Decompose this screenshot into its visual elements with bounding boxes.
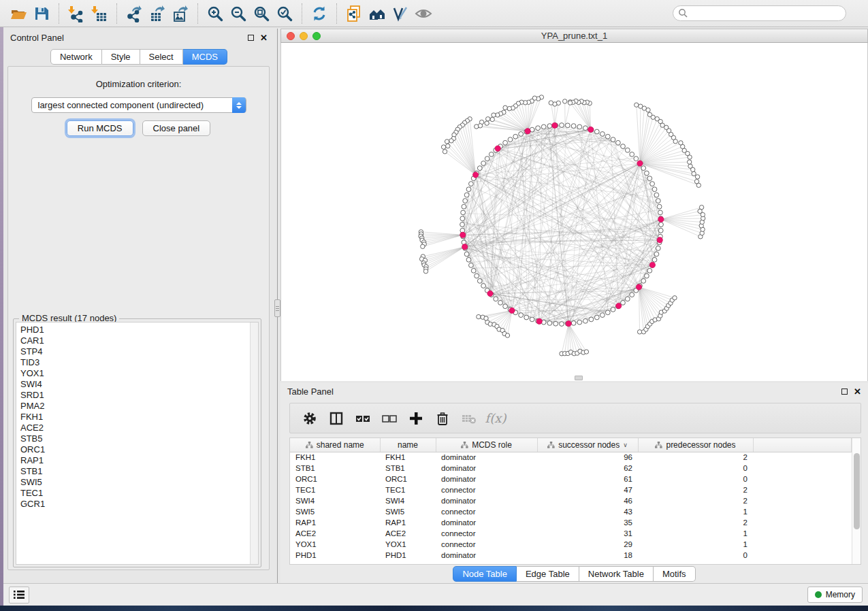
graph-node[interactable]	[568, 101, 572, 105]
graph-node[interactable]	[508, 137, 513, 142]
graph-node[interactable]	[475, 274, 479, 278]
graph-node[interactable]	[658, 210, 663, 215]
column-header-MCDS-role[interactable]: MCDS role	[436, 438, 537, 452]
cell[interactable]: 2	[638, 452, 753, 463]
cell[interactable]: 29	[537, 539, 638, 550]
mcds-node[interactable]	[552, 122, 558, 128]
graph-node[interactable]	[477, 279, 482, 284]
mcds-result-item[interactable]: TEC1	[20, 488, 258, 499]
mcds-result-list[interactable]: PHD1CAR1STP4TID3YOX1SWI4SRD1PMA2FKH1ACE2…	[16, 322, 259, 565]
cell[interactable]: PHD1	[290, 550, 380, 561]
graph-node[interactable]	[594, 129, 599, 134]
graph-node[interactable]	[611, 308, 615, 312]
memory-button[interactable]: Memory	[807, 587, 863, 603]
zoom-in-button[interactable]	[204, 3, 227, 24]
graph-node[interactable]	[498, 301, 503, 306]
tab-motifs[interactable]: Motifs	[654, 566, 696, 582]
graph-node[interactable]	[461, 210, 466, 215]
graph-node[interactable]	[571, 321, 576, 326]
zoom-selected-button[interactable]	[273, 3, 296, 24]
graph-node[interactable]	[647, 268, 652, 273]
mcds-node[interactable]	[460, 232, 466, 237]
tab-edge-table[interactable]: Edge Table	[517, 566, 579, 582]
deselect-all-button[interactable]	[379, 407, 400, 430]
close-panel-icon[interactable]: ✕	[260, 33, 268, 42]
network-graph[interactable]	[281, 43, 867, 381]
mcds-node[interactable]	[462, 244, 468, 250]
graph-node[interactable]	[659, 222, 664, 227]
cell[interactable]: 0	[638, 550, 753, 561]
table-row[interactable]: SWI4SWI4dominator462	[290, 495, 852, 506]
table-row[interactable]: TEC1TEC1connector472	[290, 484, 852, 495]
select-all-button[interactable]	[352, 407, 374, 430]
column-header-predecessor-nodes[interactable]: predecessor nodes	[638, 438, 753, 452]
export-image-button[interactable]	[169, 3, 192, 24]
graph-node[interactable]	[611, 137, 615, 142]
cell[interactable]: dominator	[436, 495, 537, 506]
cell[interactable]: ACE2	[290, 528, 380, 539]
cell[interactable]: ORC1	[380, 474, 436, 484]
graph-node[interactable]	[652, 257, 657, 262]
table-scrollbar[interactable]	[852, 438, 861, 564]
cell[interactable]: 1	[638, 539, 753, 550]
cell[interactable]: STB1	[290, 463, 380, 474]
mcds-node[interactable]	[566, 320, 571, 326]
graph-node[interactable]	[477, 314, 481, 318]
graph-node[interactable]	[583, 318, 588, 323]
graph-node[interactable]	[485, 156, 489, 161]
optimization-criterion-select[interactable]: largest connected component (undirected)	[31, 97, 246, 113]
graph-node[interactable]	[541, 125, 546, 129]
mcds-result-item[interactable]: SRD1	[20, 390, 258, 401]
graph-node[interactable]	[547, 124, 552, 129]
table-row[interactable]: YOX1YOX1connector291	[290, 539, 852, 550]
close-panel-icon[interactable]: ✕	[854, 387, 861, 396]
cell[interactable]: dominator	[436, 517, 537, 528]
mcds-node[interactable]	[509, 308, 515, 313]
float-panel-icon[interactable]	[841, 389, 848, 395]
cell[interactable]: 47	[537, 484, 638, 495]
graph-node[interactable]	[443, 150, 447, 154]
graph-node[interactable]	[460, 222, 465, 227]
cell[interactable]: connector	[436, 539, 537, 550]
table-row[interactable]: SWI5SWI5connector431	[290, 506, 852, 517]
cell[interactable]: 31	[537, 528, 638, 539]
mcds-node[interactable]	[616, 303, 622, 308]
mcds-result-item[interactable]: ORC1	[20, 444, 258, 455]
graph-node[interactable]	[469, 182, 474, 186]
graph-node[interactable]	[647, 112, 652, 116]
tab-node-table[interactable]: Node Table	[453, 566, 517, 582]
graph-node[interactable]	[695, 175, 699, 179]
mcds-result-item[interactable]: GCR1	[20, 499, 258, 510]
mcds-result-item[interactable]: RAP1	[20, 455, 258, 466]
graph-node[interactable]	[650, 182, 655, 186]
cell[interactable]: SWI5	[290, 506, 380, 517]
mcds-node[interactable]	[657, 237, 662, 243]
mcds-result-item[interactable]: STB5	[20, 433, 258, 444]
cell[interactable]: dominator	[436, 550, 537, 561]
cell[interactable]: TEC1	[380, 484, 436, 495]
network-titlebar[interactable]: YPA_prune.txt_1	[280, 29, 868, 43]
graph-node[interactable]	[654, 193, 659, 197]
delete-table-button[interactable]	[458, 407, 480, 430]
graph-node[interactable]	[469, 263, 474, 268]
graph-node[interactable]	[641, 279, 646, 284]
cell[interactable]: FKH1	[380, 452, 436, 463]
graph-node[interactable]	[589, 317, 594, 322]
graph-node[interactable]	[547, 321, 552, 326]
cell[interactable]: dominator	[436, 463, 537, 474]
mcds-node[interactable]	[487, 291, 493, 296]
graph-node[interactable]	[560, 123, 564, 128]
cell[interactable]: YOX1	[380, 539, 436, 550]
mcds-result-item[interactable]: CAR1	[20, 335, 258, 346]
mcds-node[interactable]	[658, 216, 664, 222]
graph-node[interactable]	[464, 252, 469, 257]
graph-node[interactable]	[460, 216, 465, 221]
graph-node[interactable]	[565, 123, 570, 128]
tab-style[interactable]: Style	[102, 49, 140, 65]
table-row[interactable]: PHD1PHD1dominator180	[290, 550, 852, 561]
cell[interactable]: SWI5	[380, 506, 436, 517]
graph-node[interactable]	[466, 187, 471, 192]
graph-node[interactable]	[519, 313, 524, 318]
table-scrollbar-thumb[interactable]	[854, 453, 860, 529]
graph-node[interactable]	[492, 113, 496, 117]
